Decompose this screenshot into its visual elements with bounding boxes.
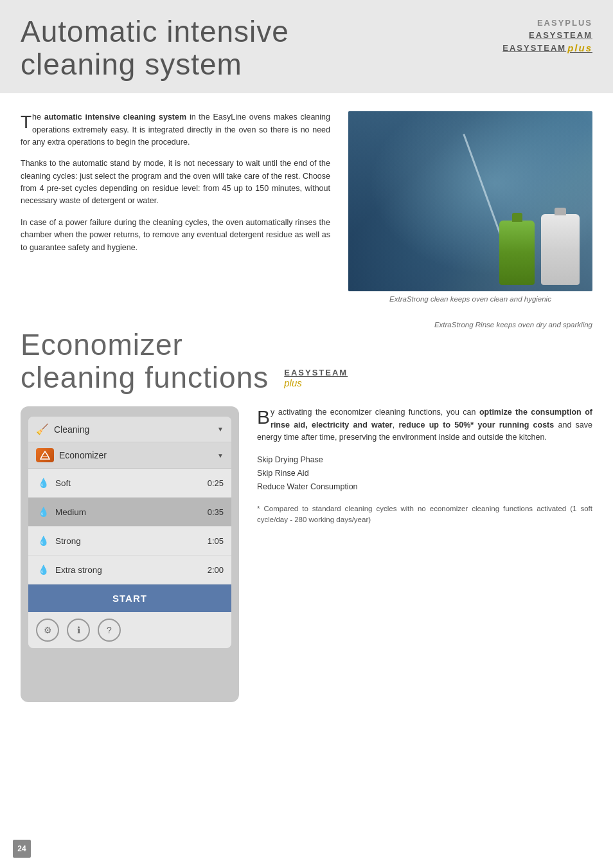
brand-easysteam: EASYSTEAM (502, 30, 592, 40)
economizer-row[interactable]: Economizer ▼ (28, 442, 231, 469)
economizer-title: Economizer cleaning functions (21, 329, 269, 393)
brand2-easysteam: EASYSTEAM (284, 368, 348, 377)
intro-text: y activating the economizer cleaning fun… (271, 408, 479, 417)
brand2-plus: plus (284, 377, 302, 388)
screen-header[interactable]: 🧹 Cleaning ▼ (28, 417, 231, 442)
skip-item-2: Skip Rinse Aid (257, 467, 592, 480)
skip-list: Skip Drying Phase Skip Rinse Aid Reduce … (257, 453, 592, 494)
footnote: * Compared to standard cleaning cycles w… (257, 503, 592, 526)
title-line1: Automatic intensive (21, 15, 289, 48)
economizer-dropdown-arrow[interactable]: ▼ (217, 452, 224, 459)
rinse-caption: ExtraStrong Rinse keeps oven dry and spa… (434, 321, 592, 329)
strong-label: Strong (55, 536, 81, 546)
settings-icon[interactable]: ⚙ (36, 619, 59, 642)
soft-icon: 💧 (36, 476, 50, 490)
strong-time: 1:05 (208, 536, 224, 546)
strong-row[interactable]: 💧 Strong 1:05 (28, 527, 231, 556)
strong-row-left: 💧 Strong (36, 534, 81, 548)
medium-label: Medium (55, 507, 86, 517)
brand-easysteam-plus: EASYSTEAM plus (502, 42, 592, 53)
content-section-1: The automatic intensive cleaning system … (0, 93, 613, 321)
image-column-1: ExtraStrong clean keeps oven clean and h… (348, 111, 592, 305)
soft-time: 0:25 (208, 478, 224, 488)
oven-image (348, 111, 592, 291)
text-column-2: By activating the economizer cleaning fu… (257, 406, 592, 702)
bold-text-2: reduce up to 50%* your running costs (398, 420, 554, 429)
screen-header-title: 🧹 Cleaning (36, 423, 89, 435)
text-column-1: The automatic intensive cleaning system … (21, 111, 330, 305)
header-section: Automatic intensive cleaning system EASY… (0, 0, 613, 93)
title-line2: cleaning system (21, 48, 242, 81)
cleaning-icon: 🧹 (36, 423, 49, 435)
economizer-label-row: Economizer (36, 448, 107, 462)
economizer-label: Economizer (59, 450, 107, 460)
easysteam-brand-2: EASYSTEAM plus (284, 368, 348, 393)
medium-icon: 💧 (36, 505, 50, 519)
info-icon[interactable]: ℹ (67, 619, 90, 642)
bottle-green (499, 221, 535, 285)
economizer-paragraph-1: By activating the economizer cleaning fu… (257, 406, 592, 444)
brand-easyplus: EASYPLUS (502, 18, 592, 28)
paragraph-3: In case of a power failure during the cl… (21, 217, 330, 254)
bold-intro: he automatic intensive cleaning system i… (21, 113, 330, 147)
skip-item-1: Skip Drying Phase (257, 453, 592, 467)
extra-strong-time: 2:00 (208, 565, 224, 575)
economizer-icon (36, 448, 54, 462)
help-icon[interactable]: ? (98, 619, 121, 642)
economizer-title-block: Economizer cleaning functions (21, 329, 269, 393)
paragraph-2: Thanks to the automatic stand by mode, i… (21, 158, 330, 208)
medium-row[interactable]: 💧 Medium 0:35 (28, 498, 231, 527)
soft-row[interactable]: 💧 Soft 0:25 (28, 469, 231, 498)
skip-item-3: Reduce Water Consumption (257, 480, 592, 494)
spray-stick (463, 134, 504, 243)
extra-strong-label: Extra strong (55, 565, 102, 575)
bottle-white (541, 214, 580, 285)
brand-plus-suffix: plus (567, 42, 592, 53)
device-panel: 🧹 Cleaning ▼ Economizer ▼ 💧 S (21, 406, 239, 702)
soft-label: Soft (55, 478, 71, 488)
page-number: 24 (13, 840, 31, 858)
header-dropdown-arrow[interactable]: ▼ (217, 426, 224, 433)
start-button[interactable]: START (28, 584, 231, 612)
device-screen: 🧹 Cleaning ▼ Economizer ▼ 💧 S (28, 417, 231, 648)
dropcap-b: B (257, 408, 270, 427)
medium-time: 0:35 (208, 507, 224, 517)
brand-logos: EASYPLUS EASYSTEAM EASYSTEAM plus (502, 15, 592, 53)
image-caption-1: ExtraStrong clean keeps oven clean and h… (348, 291, 592, 305)
section-2-header: Economizer cleaning functions EASYSTEAM … (0, 321, 613, 393)
main-title: Automatic intensive cleaning system (21, 15, 289, 80)
extra-strong-icon: 💧 (36, 563, 50, 577)
medium-row-left: 💧 Medium (36, 505, 86, 519)
cleaning-label: Cleaning (54, 424, 89, 435)
dropcap-t: T (21, 113, 31, 131)
soft-row-left: 💧 Soft (36, 476, 71, 490)
bottom-icons-row: ⚙ ℹ ? (28, 612, 231, 648)
strong-icon: 💧 (36, 534, 50, 548)
extra-strong-row-left: 💧 Extra strong (36, 563, 102, 577)
extra-strong-row[interactable]: 💧 Extra strong 2:00 (28, 556, 231, 584)
content-section-2: 🧹 Cleaning ▼ Economizer ▼ 💧 S (0, 393, 613, 715)
paragraph-1: The automatic intensive cleaning system … (21, 111, 330, 149)
